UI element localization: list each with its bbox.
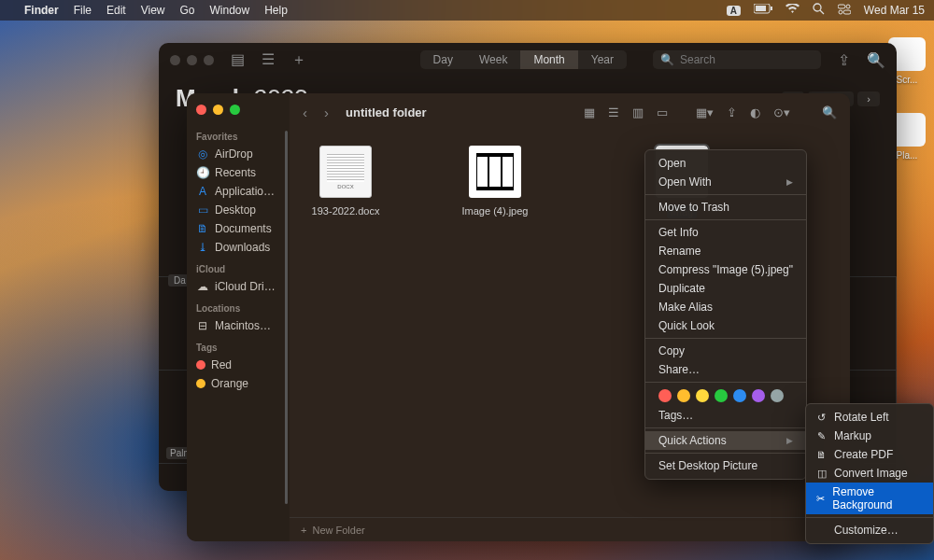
nav-back-icon[interactable]: ‹	[303, 105, 307, 120]
sub-create-pdf[interactable]: 🗎Create PDF	[806, 445, 933, 464]
tag-dot-icon	[196, 379, 205, 388]
menu-edit[interactable]: Edit	[106, 4, 126, 17]
desktop-icon: ▭	[196, 203, 209, 217]
ctx-copy[interactable]: Copy	[645, 342, 806, 360]
ctx-compress[interactable]: Compress "Image (5).jpeg"	[645, 260, 806, 279]
menubar: Finder File Edit View Go Window Help A W…	[0, 0, 934, 21]
wifi-icon[interactable]	[785, 4, 800, 17]
view-columns-icon[interactable]: ▥	[632, 105, 644, 119]
view-list-icon[interactable]: ☰	[608, 105, 619, 119]
docx-thumbnail-icon: DOCX	[319, 146, 372, 198]
ctx-tags[interactable]: Tags…	[645, 406, 806, 425]
menu-view[interactable]: View	[141, 4, 165, 17]
tag-yellow-icon[interactable]	[696, 389, 709, 402]
ctx-quick-look[interactable]: Quick Look	[645, 316, 806, 335]
chevron-right-icon: ▶	[786, 436, 793, 445]
ctx-set-desktop-picture[interactable]: Set Desktop Picture	[645, 456, 806, 475]
search-icon[interactable]: 🔍	[867, 51, 885, 69]
icloud-icon: ☁	[196, 280, 209, 293]
sidebar-item-downloads[interactable]: ⤓Downloads	[196, 238, 290, 257]
sub-rotate-left[interactable]: ↺Rotate Left	[806, 408, 933, 427]
seg-month[interactable]: Month	[520, 50, 577, 69]
sidebar-item-macintosh-hd[interactable]: ⊟Macintos…	[196, 316, 290, 335]
menu-file[interactable]: File	[74, 4, 92, 17]
finder-sidebar: Favorites ◎AirDrop 🕘Recents AApplicatio……	[187, 93, 290, 541]
calendar-add-icon[interactable]: ＋	[291, 50, 306, 70]
sidebar-tag-orange[interactable]: Orange	[196, 374, 290, 393]
tag-purple-icon[interactable]	[752, 389, 765, 402]
ctx-quick-actions[interactable]: Quick Actions▶	[645, 431, 806, 450]
sub-customize[interactable]: Customize…	[806, 521, 933, 539]
sidebar-item-icloud-drive[interactable]: ☁iCloud Dri…	[196, 277, 290, 296]
share-icon[interactable]: ⇪	[727, 105, 737, 119]
tag-red-icon[interactable]	[658, 389, 672, 402]
ctx-share[interactable]: Share…	[645, 360, 806, 379]
context-menu: Open Open With▶ Move to Trash Get Info R…	[644, 149, 807, 480]
tag-gray-icon[interactable]	[771, 389, 784, 402]
file-item[interactable]: DOCX 193-2022.docx	[299, 146, 392, 217]
svg-point-3	[814, 4, 821, 11]
spotlight-icon[interactable]	[813, 3, 825, 18]
disk-icon: ⊟	[196, 319, 209, 332]
group-icon[interactable]: ▦▾	[696, 105, 714, 119]
applications-icon: A	[196, 185, 209, 198]
quick-actions-submenu: ↺Rotate Left ✎Markup 🗎Create PDF ◫Conver…	[805, 403, 934, 544]
ctx-move-to-trash[interactable]: Move to Trash	[645, 198, 806, 217]
sidebar-tag-red[interactable]: Red	[196, 356, 290, 374]
calendar-sidebar-icon[interactable]: ▤	[231, 50, 245, 70]
airdrop-icon: ◎	[196, 147, 209, 161]
battery-icon[interactable]	[754, 4, 772, 17]
ctx-open[interactable]: Open	[645, 154, 806, 173]
view-gallery-icon[interactable]: ▭	[657, 105, 668, 119]
ctx-tag-colors[interactable]	[645, 385, 806, 406]
file-item[interactable]: Image (4).jpeg	[448, 146, 542, 217]
next-button[interactable]: ›	[857, 91, 880, 106]
seg-day[interactable]: Day	[420, 50, 466, 69]
sidebar-item-documents[interactable]: 🗎Documents	[196, 219, 290, 238]
remove-bg-icon: ✂	[815, 493, 826, 505]
convert-icon: ◫	[815, 468, 828, 480]
sub-markup[interactable]: ✎Markup	[806, 427, 933, 445]
documents-icon: 🗎	[196, 222, 209, 235]
image-thumbnail-icon	[469, 146, 521, 198]
sidebar-item-recents[interactable]: 🕘Recents	[196, 163, 290, 182]
search-icon[interactable]: 🔍	[822, 105, 837, 119]
ctx-open-with[interactable]: Open With▶	[645, 173, 806, 191]
ctx-get-info[interactable]: Get Info	[645, 223, 806, 242]
nav-forward-icon[interactable]: ›	[324, 105, 329, 120]
sidebar-item-applications[interactable]: AApplicatio…	[196, 182, 290, 201]
ctx-duplicate[interactable]: Duplicate	[645, 279, 806, 298]
tag-icon[interactable]: ◐	[750, 105, 760, 119]
window-controls[interactable]	[196, 101, 290, 124]
control-center-icon[interactable]	[838, 4, 851, 18]
sub-remove-background[interactable]: ✂Remove Background	[806, 483, 933, 514]
tag-blue-icon[interactable]	[733, 389, 746, 402]
new-folder-label[interactable]: New Folder	[312, 525, 364, 536]
tag-green-icon[interactable]	[715, 389, 728, 402]
sub-convert-image[interactable]: ◫Convert Image	[806, 464, 933, 483]
sidebar-item-airdrop[interactable]: ◎AirDrop	[196, 145, 290, 163]
menu-help[interactable]: Help	[264, 4, 288, 17]
calendar-search[interactable]: 🔍 Search	[653, 50, 821, 69]
input-source-icon[interactable]: A	[727, 6, 741, 16]
app-name[interactable]: Finder	[24, 4, 59, 17]
seg-year[interactable]: Year	[578, 50, 627, 69]
view-segment[interactable]: Day Week Month Year	[420, 50, 627, 69]
menu-go[interactable]: Go	[180, 4, 195, 17]
search-icon: 🔍	[660, 53, 674, 66]
action-icon[interactable]: ⊙▾	[773, 105, 790, 119]
calendar-list-icon[interactable]: ☰	[262, 50, 275, 70]
share-icon[interactable]: ⇪	[838, 51, 850, 69]
date-time[interactable]: Wed Mar 15	[864, 4, 925, 17]
ctx-make-alias[interactable]: Make Alias	[645, 298, 806, 316]
ctx-rename[interactable]: Rename	[645, 242, 806, 260]
svg-point-8	[839, 10, 842, 14]
window-controls[interactable]	[170, 55, 214, 65]
menu-window[interactable]: Window	[210, 4, 250, 17]
sidebar-item-desktop[interactable]: ▭Desktop	[196, 201, 290, 219]
new-folder-icon[interactable]: +	[301, 525, 306, 536]
svg-rect-2	[771, 7, 772, 10]
tag-orange-icon[interactable]	[677, 389, 690, 402]
view-icons-icon[interactable]: ▦	[584, 105, 595, 119]
seg-week[interactable]: Week	[466, 50, 520, 69]
